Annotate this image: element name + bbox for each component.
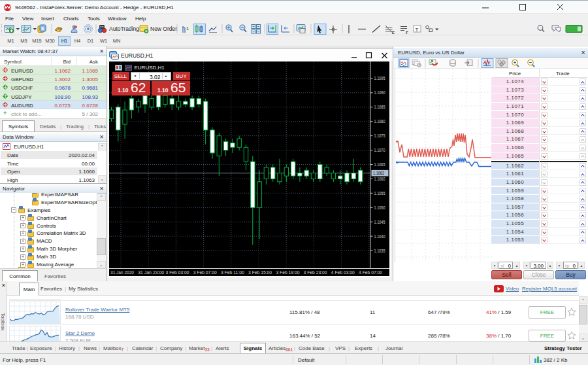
svg-text:1.1070: 1.1070: [374, 147, 385, 153]
svg-text:31 Jan 23:00: 31 Jan 23:00: [138, 269, 164, 275]
svg-text:4 Feb 03:00: 4 Feb 03:00: [331, 269, 354, 275]
svg-text:AutoTrading: AutoTrading: [109, 26, 139, 32]
svg-text:T: T: [416, 27, 419, 33]
svg-text:3 Feb 23:00: 3 Feb 23:00: [303, 269, 327, 275]
svg-text:1.1055: 1.1055: [374, 190, 385, 196]
svg-text:1.1095: 1.1095: [374, 75, 385, 81]
svg-text:1: 1: [186, 26, 189, 31]
svg-text:31 Jan 2020: 31 Jan 2020: [110, 269, 134, 275]
svg-text:1.1090: 1.1090: [374, 90, 385, 96]
svg-text:1.1040: 1.1040: [374, 233, 385, 239]
svg-text:1.1065: 1.1065: [374, 162, 385, 167]
svg-text:1.1085: 1.1085: [374, 104, 385, 110]
svg-text:F: F: [406, 31, 408, 35]
svg-text:3 Feb 11:00: 3 Feb 11:00: [220, 269, 244, 275]
svg-text:E: E: [392, 31, 395, 35]
svg-text:1.1062: 1.1062: [373, 170, 384, 176]
svg-text:1.1050: 1.1050: [374, 204, 385, 210]
svg-text:3 Feb 07:00: 3 Feb 07:00: [193, 269, 216, 275]
svg-text:4 Feb 07:00: 4 Feb 07:00: [359, 269, 382, 275]
svg-text:3 Feb 15:00: 3 Feb 15:00: [248, 269, 272, 275]
svg-text:1.1080: 1.1080: [374, 118, 385, 124]
svg-text:3 Feb 03:00: 3 Feb 03:00: [165, 269, 189, 275]
svg-text:New Order: New Order: [150, 26, 177, 32]
svg-text:1.1035: 1.1035: [374, 247, 385, 253]
svg-text:3 Feb 19:00: 3 Feb 19:00: [276, 269, 299, 275]
svg-text:1.1060: 1.1060: [374, 175, 385, 181]
svg-text:1.1045: 1.1045: [374, 218, 385, 224]
svg-text:1.1075: 1.1075: [374, 133, 385, 139]
